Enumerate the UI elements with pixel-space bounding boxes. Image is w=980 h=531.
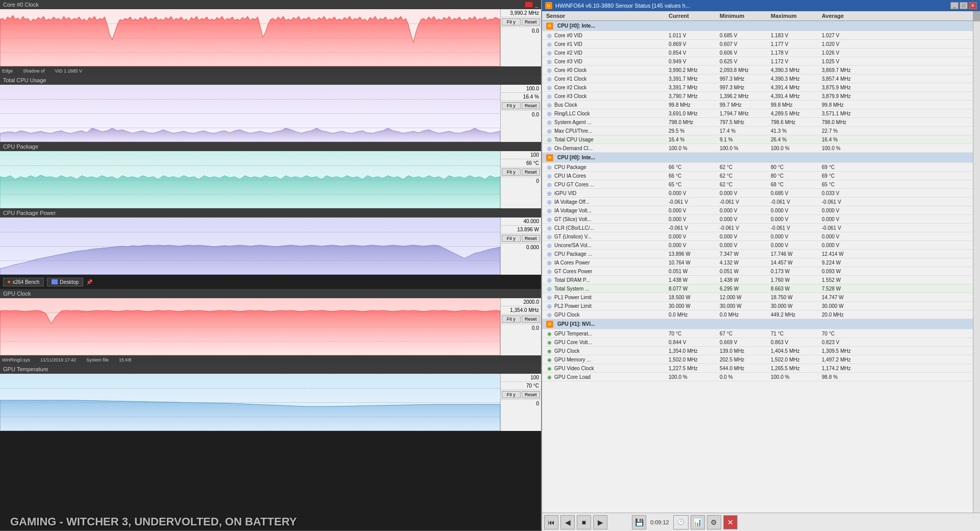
gpu-temp-fit-btn[interactable]: Fit y [502,391,521,398]
sensor-name-cell: ◎ Core #0 VID [544,32,667,39]
table-row[interactable]: ◎ CPU Package ... 13.896 W 7.347 W 17.74… [542,250,980,258]
table-row[interactable]: ◎ Core #0 VID 1.011 V 0.685 V 1.183 V 1.… [542,31,980,40]
sensor-name-cell: ◎ IA Voltage Volt... [544,207,667,214]
table-row[interactable]: ◎ On-Demand Cl... 100.0 % 100.0 % 100.0 … [542,144,980,153]
core0-fit-btn[interactable]: Fit y [502,18,521,26]
table-row[interactable]: ◎ CLR (CBo/LLC/... -0.061 V -0.061 V -0.… [542,224,980,232]
chart-btn[interactable]: 📊 [691,515,705,529]
table-row[interactable]: H CPU [#0]: Inte... [542,153,980,163]
table-row[interactable]: ◎ Core #1 Clock 3,391.7 MHz 997.3 MHz 4,… [542,75,980,83]
sensor-maximum: 4,391.4 MHz [769,93,820,100]
taskbar-x264[interactable]: ■ x264 Bench [3,278,44,286]
exit-btn[interactable]: ✕ [723,515,738,529]
table-row[interactable]: ◎ Ring/LLC Clock 3,691.0 MHz 1,794.7 MHz… [542,109,980,118]
sensor-name-cell: ◉ GPU Core Volt... [544,339,667,346]
table-row[interactable]: ◎ Core #3 VID 0.949 V 0.625 V 1.172 V 1.… [542,57,980,66]
gpu-temp-reset-btn[interactable]: Reset [522,391,541,398]
sensor-current: 0.000 V [667,190,718,197]
cpu-power-graph [0,218,500,275]
core0-reset-btn[interactable]: Reset [522,18,541,26]
table-row[interactable]: ◎ PL2 Power Limit 30.000 W 30.000 W 30.0… [542,302,980,310]
gpu-clock-graph [0,298,500,355]
cpu-package-fit-btn[interactable]: Fit y [502,168,521,176]
hwinfo-maximize-btn[interactable]: □ [960,2,968,9]
cpu-package-title: CPU Package [3,143,38,150]
cpu-usage-reset-btn[interactable]: Reset [522,102,541,109]
cpu-sensor-icon: ◎ [546,216,552,222]
sensor-name-cell: ◎ Core #1 Clock [544,75,667,82]
sensor-name-cell: ◎ Total System ... [544,285,667,292]
cpu-usage-buttons: Fit y Reset [501,101,541,110]
table-row[interactable]: ◎ GT (Unslice) V... 0.000 V 0.000 V 0.00… [542,232,980,241]
gpu-clock-fit-btn[interactable]: Fit y [502,316,521,323]
table-row[interactable]: ◉ GPU Memory ... 1,502.0 MHz 202.5 MHz 1… [542,355,980,364]
settings-btn[interactable]: ⚙ [707,515,721,529]
sensor-name-cell: ◎ Core #1 VID [544,40,667,47]
table-row[interactable]: ◎ CPU Package 66 °C 62 °C 80 °C 69 °C [542,163,980,172]
core0-minimize[interactable]: _ [535,2,538,8]
table-row[interactable]: ◎ Max CPU/Thre... 29.5 % 17.4 % 41.3 % 2… [542,127,980,135]
gpu-clock-reset-btn[interactable]: Reset [522,316,541,323]
table-row[interactable]: ◎ GT Cores Power 0.051 W 0.051 W 0.173 W… [542,267,980,276]
cpu-package-reset-btn[interactable]: Reset [522,168,541,176]
sensor-average: 69 °C [820,173,871,179]
table-row[interactable]: ◎ GPU Clock 0.0 MHz 0.0 MHz 449.2 MHz 20… [542,310,980,319]
sensor-maximum: 26.4 % [769,136,820,143]
nav-prev-btn[interactable]: ◀ [560,515,575,529]
sensor-average: 98.8 % [820,374,871,380]
nav-rewind-btn[interactable]: ⏮ [544,515,558,529]
sensor-name-cell: ◎ CPU GT Cores ... [544,181,667,188]
table-row[interactable]: ◎ IA Voltage Volt... 0.000 V 0.000 V 0.0… [542,206,980,215]
hwinfo-close-btn[interactable]: ✕ [969,2,977,9]
table-row[interactable]: ◎ System Agent ... 798.0 MHz 797.5 MHz 7… [542,118,980,127]
table-row[interactable]: ◉ GPU Temperat... 70 °C 67 °C 71 °C 70 °… [542,329,980,338]
sensor-name-cell: ◎ Max CPU/Thre... [544,127,667,134]
sensor-average: 1.552 W [820,277,871,283]
table-row[interactable]: ◎ IA Cores Power 10.764 W 4.132 W 14.457… [542,258,980,267]
gpu-clock-buttons: Fit y Reset [501,315,541,324]
table-row[interactable]: ◎ GT (Slice) Volt... 0.000 V 0.000 V 0.0… [542,215,980,224]
save-btn[interactable]: 💾 [632,515,646,529]
table-row[interactable]: ◎ Core #1 VID 0.869 V 0.607 V 1.177 V 1.… [542,40,980,49]
sensor-average: 0.000 V [820,242,871,249]
table-row[interactable]: ◎ Total DRAM P... 1.438 W 1.438 W 1.760 … [542,276,980,284]
taskbar-desktop[interactable]: Desktop [47,278,83,286]
cpu-sensor-icon: ◎ [546,303,552,309]
sensor-name-cell: ◎ Ring/LLC Clock [544,110,667,117]
table-row[interactable]: ◎ CPU IA Cores 66 °C 62 °C 80 °C 69 °C [542,172,980,180]
cpu-power-buttons: Fit y Reset [501,234,541,243]
table-row[interactable]: ◎ Total System ... 8.077 W 6.295 W 8.663… [542,284,980,293]
table-row[interactable]: ◎ iGPU VID 0.000 V 0.000 V 0.685 V 0.033… [542,189,980,198]
cpu-sensor-icon: ◎ [546,173,552,179]
table-row[interactable]: ◎ Core #3 Clock 3,790.7 MHz 1,396.2 MHz … [542,92,980,101]
table-row[interactable]: ◎ Bus Clock 99.8 MHz 99.7 MHz 99.8 MHz 9… [542,101,980,109]
table-row[interactable]: ◎ Core #2 Clock 3,391.7 MHz 997.3 MHz 4,… [542,83,980,92]
cpu-usage-svg [0,85,500,142]
cpu-power-reset-btn[interactable]: Reset [522,235,541,242]
table-row[interactable]: ◎ Uncore/SA Vol... 0.000 V 0.000 V 0.000… [542,241,980,250]
cpu-power-fit-btn[interactable]: Fit y [502,235,521,242]
table-row[interactable]: H CPU [#0]: Inte... [542,21,980,31]
table-row[interactable]: ◎ IA Voltage Off... -0.061 V -0.061 V -0… [542,198,980,206]
table-row[interactable]: ◉ GPU Video Clock 1,227.5 MHz 544.0 MHz … [542,364,980,373]
table-row[interactable]: ◉ GPU Core Volt... 0.844 V 0.669 V 0.863… [542,338,980,347]
clock-icon: 🕐 [673,515,689,529]
table-row[interactable]: ◎ PL1 Power Limit 18.500 W 12.000 W 18.7… [542,293,980,302]
nav-fwd-btn[interactable]: ▶ [593,515,607,529]
cpu-sensor-icon: ◎ [546,233,552,239]
hwinfo-minimize-btn[interactable]: _ [950,2,959,9]
table-row[interactable]: ◎ Core #0 Clock 3,990.2 MHz 2,093.8 MHz … [542,66,980,75]
table-row[interactable]: ◉ GPU Clock 1,354.0 MHz 139.0 MHz 1,404.… [542,347,980,355]
scrollbar-thumb[interactable] [973,11,980,21]
sensor-average: 69 °C [820,164,871,171]
sensor-current: 30.000 W [667,303,718,309]
table-row[interactable]: ◎ CPU GT Cores ... 65 °C 62 °C 68 °C 65 … [542,180,980,189]
cpu-usage-fit-btn[interactable]: Fit y [502,102,521,109]
table-row[interactable]: ◉ GPU Core Load 100.0 % 0.0 % 100.0 % 98… [542,373,980,381]
table-row[interactable]: ◎ Core #2 VID 0.854 V 0.606 V 1.178 V 1.… [542,49,980,57]
core0-clock-graph [0,9,500,66]
scrollbar[interactable] [973,11,980,513]
table-row[interactable]: H GPU [#1]: NVI... [542,319,980,329]
nav-stop-btn[interactable]: ■ [577,515,591,529]
table-row[interactable]: ◎ Total CPU Usage 16.4 % 9.1 % 26.4 % 16… [542,135,980,144]
